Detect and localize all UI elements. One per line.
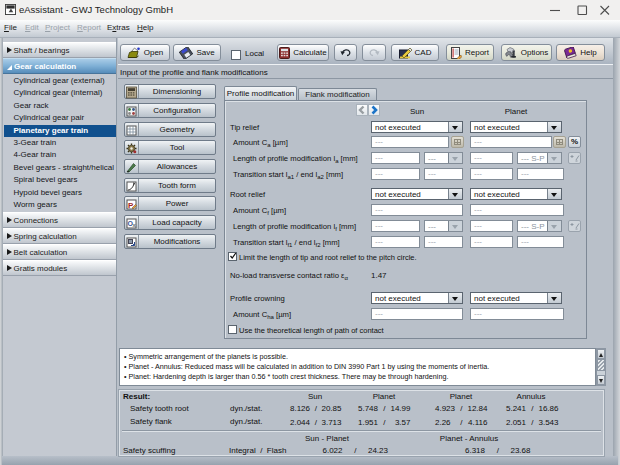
svg-text:x: x xyxy=(132,222,135,228)
